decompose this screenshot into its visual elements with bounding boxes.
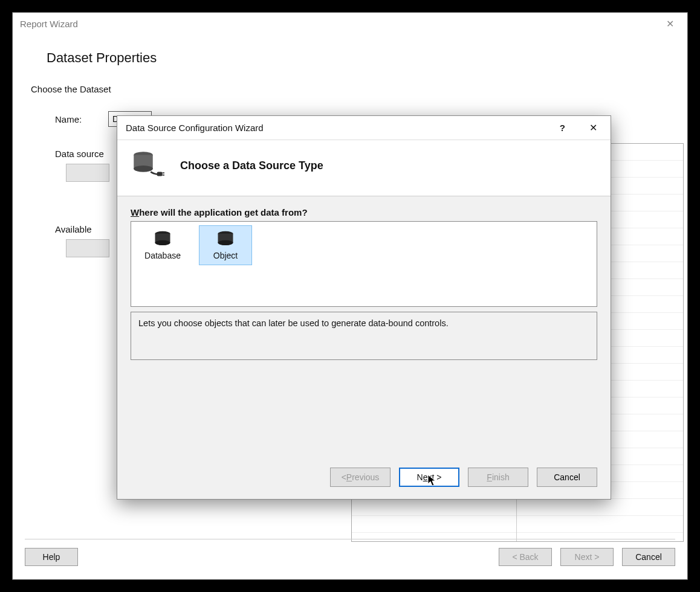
- cancel-button[interactable]: Cancel: [537, 468, 597, 487]
- name-label: Name:: [55, 114, 96, 124]
- option-object-label: Object: [213, 251, 238, 260]
- inner-header: Choose a Data Source Type: [117, 140, 611, 196]
- prompt-label: Where will the application get data from…: [131, 207, 597, 221]
- outer-titlebar: Report Wizard ✕: [13, 13, 687, 34]
- back-button[interactable]: < Back: [499, 548, 552, 566]
- help-icon[interactable]: ?: [560, 123, 565, 133]
- available-disabled-box: [66, 239, 109, 257]
- datasource-disabled-box: [66, 164, 109, 182]
- help-button[interactable]: Help: [25, 548, 78, 566]
- option-database[interactable]: Database: [136, 225, 189, 265]
- database-plug-icon: [131, 149, 164, 182]
- description-box: Lets you choose objects that can later b…: [131, 312, 597, 360]
- object-icon: [215, 230, 236, 248]
- svg-point-1: [134, 166, 153, 172]
- database-icon: [152, 230, 173, 248]
- inner-heading: Choose a Data Source Type: [180, 159, 323, 172]
- option-database-label: Database: [144, 251, 181, 260]
- outer-title: Report Wizard: [20, 19, 78, 29]
- close-icon[interactable]: ✕: [585, 121, 602, 135]
- option-object[interactable]: Object: [199, 225, 252, 265]
- svg-rect-2: [157, 172, 163, 176]
- datasource-options: Database Object: [131, 221, 597, 307]
- next-button[interactable]: Next >: [399, 468, 459, 487]
- cancel-button-outer[interactable]: Cancel: [622, 548, 675, 566]
- inner-title: Data Source Configuration Wizard: [126, 123, 264, 133]
- inner-titlebar: Data Source Configuration Wizard ? ✕: [117, 116, 611, 140]
- svg-point-6: [155, 240, 170, 245]
- inner-content: Where will the application get data from…: [117, 196, 611, 459]
- outer-button-bar: Help < Back Next > Cancel: [25, 539, 675, 566]
- outer-close-button[interactable]: ✕: [660, 16, 680, 32]
- choose-dataset-label: Choose the Dataset: [31, 77, 669, 109]
- report-wizard-window: Report Wizard ✕ Dataset Properties Choos…: [12, 12, 688, 580]
- previous-button[interactable]: < Previous: [330, 468, 391, 487]
- next-button-outer[interactable]: Next >: [560, 548, 614, 566]
- inner-button-bar: < Previous Next > Finish Cancel: [117, 459, 611, 499]
- page-heading: Dataset Properties: [31, 40, 669, 77]
- finish-button[interactable]: Finish: [468, 468, 528, 487]
- data-source-wizard-dialog: Data Source Configuration Wizard ? ✕ Cho…: [117, 115, 611, 500]
- prompt-underline: W: [131, 207, 139, 217]
- svg-point-8: [218, 240, 233, 245]
